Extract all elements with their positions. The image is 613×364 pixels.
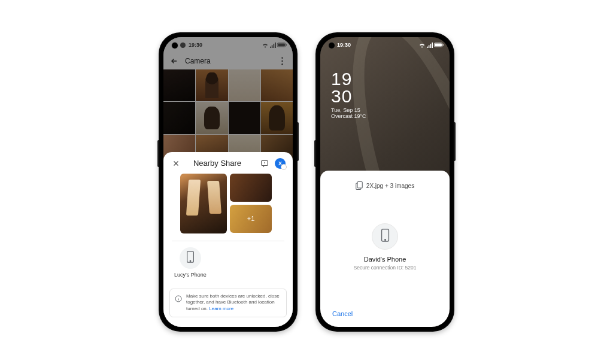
info-text: Make sure both devices are unlocked, clo… <box>186 293 281 313</box>
svg-rect-4 <box>278 44 285 47</box>
svg-rect-11 <box>435 44 442 47</box>
power-button <box>298 122 299 161</box>
selected-previews: +1 <box>163 172 293 241</box>
preview-large[interactable] <box>180 174 227 233</box>
svg-rect-13 <box>357 181 362 188</box>
sender-block: David's Phone Secure connection ID: 5201 <box>329 191 441 303</box>
clock-date: Tue, Sep 15 <box>331 107 366 113</box>
screen: 19:30 19 30 Tue, Sep 15 Overcast 19°C 2X… <box>320 37 450 327</box>
clock-hours: 19 <box>331 71 366 88</box>
actions-row: Cancel <box>329 303 441 321</box>
phone-sender: Camera 19:30 <box>159 32 298 332</box>
sender-avatar <box>372 223 398 250</box>
wifi-icon <box>262 43 269 48</box>
preview-more[interactable]: +1 <box>230 205 272 233</box>
clock-weather: Overcast 19°C <box>331 113 366 119</box>
phone-receiver: 19:30 19 30 Tue, Sep 15 Overcast 19°C 2X… <box>315 32 454 332</box>
photo-thumb[interactable] <box>261 102 293 134</box>
front-camera <box>172 43 178 48</box>
photo-thumb[interactable] <box>196 69 227 101</box>
share-target[interactable]: Lucy's Phone <box>172 247 209 278</box>
svg-point-15 <box>384 239 386 241</box>
cancel-button[interactable]: Cancel <box>332 310 353 317</box>
status-time: 19:30 <box>189 42 202 48</box>
more-icon[interactable] <box>277 56 287 66</box>
photo-thumb[interactable] <box>229 102 260 134</box>
phone-icon <box>186 251 195 265</box>
photo-thumb[interactable] <box>229 69 260 101</box>
share-targets: Lucy's Phone <box>163 247 293 289</box>
status-app-icon <box>180 43 186 48</box>
learn-more-link[interactable]: Learn more <box>209 306 233 311</box>
file-summary: 2X.jpg + 3 images <box>366 183 414 189</box>
gallery-header: Camera <box>163 53 293 69</box>
photo-thumb[interactable] <box>261 69 293 101</box>
photo-thumb[interactable] <box>163 102 195 134</box>
connection-id: Secure connection ID: 5201 <box>354 265 417 271</box>
nearby-share-sheet: Nearby Share X +1 <box>163 152 293 327</box>
svg-point-8 <box>190 260 191 262</box>
gallery-title: Camera <box>185 57 211 65</box>
clock-minutes: 30 <box>331 88 366 105</box>
info-icon <box>175 294 182 305</box>
signal-icon <box>270 43 276 48</box>
svg-point-1 <box>281 60 283 62</box>
target-label: Lucy's Phone <box>174 272 207 278</box>
feedback-icon[interactable] <box>259 158 270 169</box>
battery-icon <box>277 43 287 47</box>
preview-small[interactable] <box>230 174 272 202</box>
receive-sheet: 2X.jpg + 3 images David's Phone Secure c… <box>320 171 450 327</box>
device-circle <box>180 247 201 269</box>
more-count: +1 <box>247 215 255 222</box>
status-bar: 19:30 <box>163 37 293 53</box>
signal-icon <box>427 43 433 48</box>
info-banner: Make sure both devices are unlocked, clo… <box>169 289 287 317</box>
account-avatar[interactable]: X <box>275 158 286 169</box>
svg-point-2 <box>281 63 283 65</box>
lockscreen-clock: 19 30 Tue, Sep 15 Overcast 19°C <box>331 71 366 119</box>
divider <box>172 241 284 241</box>
file-summary-row: 2X.jpg + 3 images <box>329 181 441 191</box>
copy-icon <box>356 181 363 191</box>
status-bar: 19:30 <box>320 37 450 53</box>
sheet-title: Nearby Share <box>180 159 254 168</box>
sender-name: David's Phone <box>364 256 406 263</box>
status-time: 19:30 <box>337 42 351 48</box>
phone-icon <box>381 229 390 244</box>
battery-icon <box>434 43 444 47</box>
svg-rect-5 <box>286 44 286 46</box>
svg-point-0 <box>281 57 283 59</box>
photo-thumb[interactable] <box>196 102 227 134</box>
photo-thumb[interactable] <box>163 69 195 101</box>
back-icon[interactable] <box>169 56 179 66</box>
power-button <box>454 122 456 161</box>
screen: Camera 19:30 <box>163 37 293 327</box>
svg-rect-12 <box>442 44 443 46</box>
front-camera <box>329 43 335 48</box>
sheet-header: Nearby Share X <box>163 152 293 172</box>
wifi-icon <box>418 43 426 48</box>
